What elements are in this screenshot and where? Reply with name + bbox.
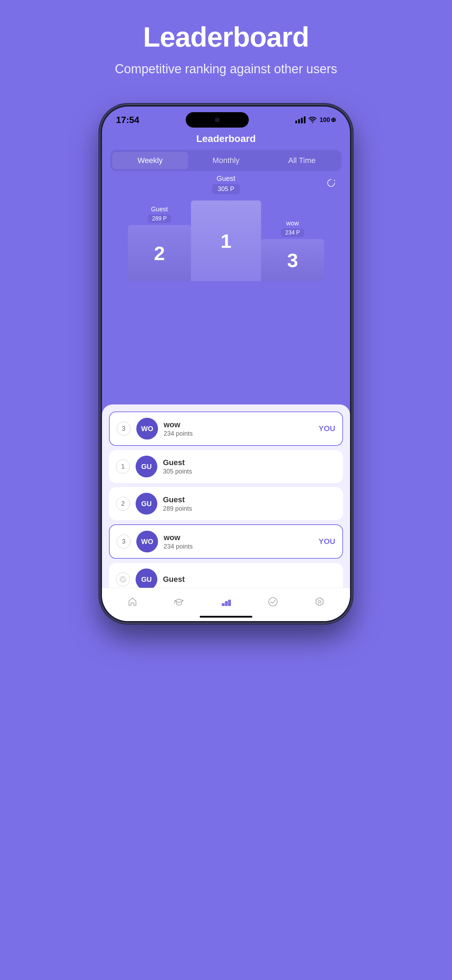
player-info: Guest 289 points <box>163 495 336 512</box>
second-place-player: Guest 289 P 2 <box>128 206 191 281</box>
second-place-name: Guest <box>151 206 168 213</box>
tab-weekly[interactable]: Weekly <box>112 152 188 169</box>
player-points: 234 points <box>164 430 313 438</box>
page-header: Leaderboard Competitive ranking against … <box>115 21 337 76</box>
first-place-info: Guest 305 P <box>212 175 240 194</box>
player-name: wow <box>164 420 313 430</box>
first-place-rank: 1 <box>220 229 231 252</box>
third-place-player: wow 234 P 3 <box>261 220 324 281</box>
player-info: wow 234 points <box>164 420 313 438</box>
svg-rect-2 <box>228 600 231 606</box>
battery-icon: 100 ⊕ <box>320 116 336 124</box>
app-title: Leaderboard <box>196 133 256 144</box>
camera-dot <box>215 118 220 123</box>
player-name: Guest <box>163 495 336 504</box>
signal-icon <box>295 116 306 123</box>
phone-frame: 17:54 <box>100 105 352 623</box>
page-subtitle: Competitive ranking against other users <box>115 62 337 76</box>
player-points: 305 points <box>163 468 336 475</box>
podium-wrapper: Guest 289 P 2 1 <box>102 200 350 281</box>
player-name: Guest <box>163 575 336 584</box>
rank-badge: 1 <box>116 460 130 474</box>
list-item[interactable]: 2 GU Guest 289 points <box>109 487 343 520</box>
you-badge: YOU <box>318 537 335 546</box>
first-place-name: Guest <box>212 175 240 183</box>
nav-learn[interactable] <box>169 593 189 611</box>
player-points: 289 points <box>163 505 336 512</box>
svg-point-4 <box>318 601 321 603</box>
app-header: Leaderboard <box>102 130 350 150</box>
nav-settings[interactable] <box>309 593 330 611</box>
rank-badge: 3 <box>117 422 131 436</box>
list-item[interactable]: 3 WO wow 234 points YOU <box>109 412 343 446</box>
rank-badge: 2 <box>116 497 130 511</box>
svg-rect-1 <box>225 601 228 606</box>
first-place-player: 1 <box>191 200 261 281</box>
status-time: 17:54 <box>116 115 140 126</box>
nav-leaderboard[interactable] <box>215 593 237 611</box>
svg-point-3 <box>269 598 277 606</box>
first-place-block: 1 <box>191 200 261 281</box>
second-place-points: 289 P <box>148 215 171 223</box>
status-icons: 100 ⊕ <box>295 116 336 124</box>
third-place-name: wow <box>286 220 299 227</box>
third-place-rank: 3 <box>287 249 298 272</box>
avatar: WO <box>136 531 158 552</box>
tab-monthly[interactable]: Monthly <box>188 152 264 169</box>
player-points: 234 points <box>164 543 313 550</box>
status-bar: 17:54 <box>102 107 350 130</box>
first-place-points: 305 P <box>212 184 240 194</box>
avatar: GU <box>135 493 157 514</box>
rank-badge: 3 <box>117 535 131 549</box>
player-info: Guest <box>163 575 336 584</box>
third-place-points: 234 P <box>281 229 304 237</box>
player-info: Guest 305 points <box>163 458 336 475</box>
tab-alltime[interactable]: All Time <box>264 152 340 169</box>
nav-home[interactable] <box>122 593 143 611</box>
wifi-icon <box>308 116 317 123</box>
phone-wrapper: 17:54 <box>100 105 352 623</box>
bottom-nav <box>102 588 350 621</box>
nav-tasks[interactable] <box>263 593 283 611</box>
third-place-block: 3 <box>261 239 324 281</box>
player-name: Guest <box>163 458 336 467</box>
tabs-container: Weekly Monthly All Time <box>110 150 342 171</box>
refresh-button[interactable] <box>326 178 336 190</box>
player-info: wow 234 points <box>164 533 313 550</box>
page-title: Leaderboard <box>115 21 337 53</box>
list-item[interactable]: 3 WO wow 234 points YOU <box>109 524 343 559</box>
podium-section: Guest 305 P Guest 2 <box>102 171 350 404</box>
list-item[interactable]: 1 GU Guest 305 points <box>109 450 343 483</box>
avatar: GU <box>135 568 157 590</box>
phone-screen: 17:54 <box>102 107 350 621</box>
second-place-block: 2 <box>128 225 191 281</box>
avatar: WO <box>136 418 158 439</box>
player-name: wow <box>164 533 313 542</box>
svg-rect-0 <box>222 603 224 606</box>
rank-badge <box>116 573 130 586</box>
second-place-rank: 2 <box>154 242 165 265</box>
dynamic-island <box>186 112 249 127</box>
home-indicator <box>200 616 252 617</box>
you-badge: YOU <box>318 424 335 433</box>
avatar: GU <box>135 456 157 477</box>
